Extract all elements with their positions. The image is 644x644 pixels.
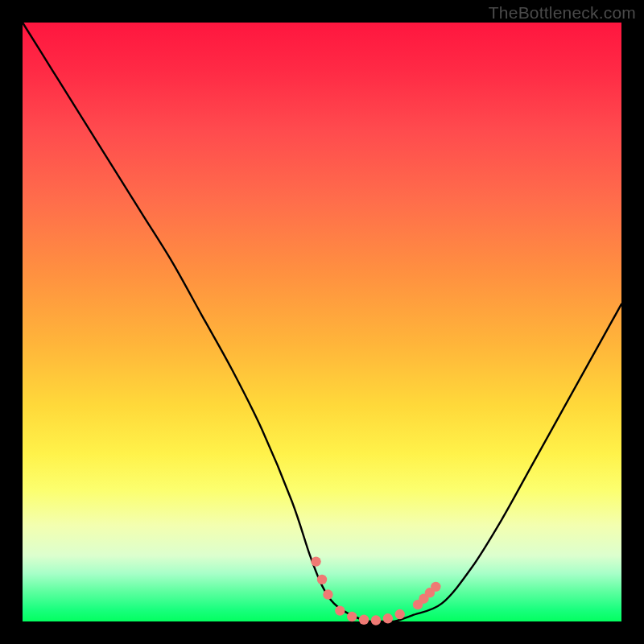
data-marker: [431, 582, 440, 592]
data-marker: [371, 615, 381, 625]
data-marker: [395, 609, 405, 619]
data-markers: [311, 556, 440, 625]
data-marker: [359, 615, 369, 625]
chart-frame: [23, 23, 621, 621]
data-marker: [311, 556, 320, 566]
data-marker: [383, 613, 393, 623]
chart-overlay: [23, 23, 621, 621]
watermark-text: TheBottleneck.com: [489, 3, 636, 23]
data-marker: [323, 589, 332, 599]
bottleneck-curve: [23, 23, 621, 622]
data-marker: [317, 575, 327, 584]
data-marker: [347, 612, 357, 621]
data-marker: [335, 605, 345, 615]
